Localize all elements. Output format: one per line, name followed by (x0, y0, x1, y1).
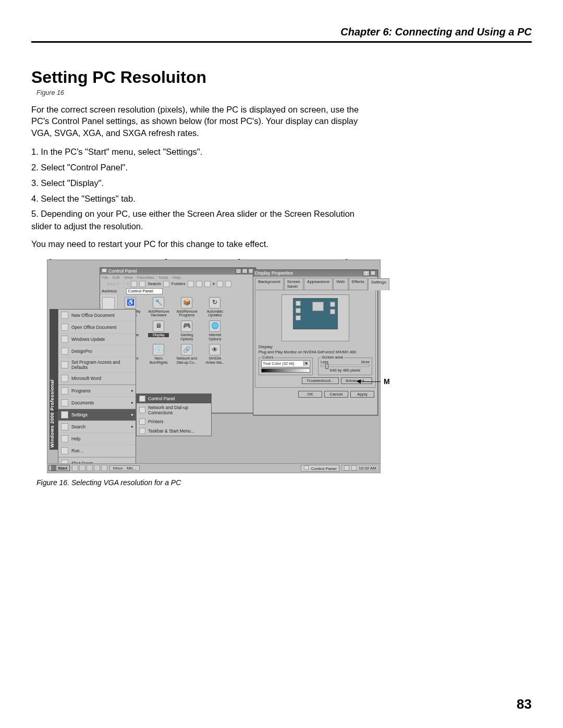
display-properties-titlebar[interactable]: Display Properties ? × (253, 270, 377, 277)
start-menu-item[interactable]: Open Office Document (58, 322, 136, 334)
start-button[interactable]: Start (48, 465, 70, 471)
menu-file[interactable]: File (102, 275, 108, 280)
control-panel-icon[interactable]: 🌐Internet Options (204, 320, 225, 341)
tab-screensaver[interactable]: Screen Saver (284, 278, 303, 290)
tab-background[interactable]: Background (255, 278, 284, 290)
menu-item-label: Set Program Access and Defaults (71, 360, 133, 370)
cancel-button[interactable]: Cancel (324, 391, 348, 398)
settings-tab-body: Display: Plug and Play Monitor on NVIDIA… (255, 290, 376, 388)
screen-area-slider[interactable] (321, 365, 370, 367)
help-button[interactable]: ? (363, 270, 370, 276)
applet-icon: ↻ (209, 297, 221, 309)
start-menu-item[interactable]: Programs▸ (58, 385, 136, 397)
undo-icon[interactable] (217, 281, 223, 287)
tab-appearance[interactable]: Appearance (304, 278, 333, 290)
submenu-item-icon (139, 428, 145, 434)
start-menu-item[interactable]: Settings▸ (58, 409, 136, 421)
tray-icon[interactable] (351, 465, 357, 471)
copy-icon[interactable] (196, 281, 202, 287)
apply-button[interactable]: Apply (350, 391, 374, 398)
quick-launch-icon[interactable] (101, 465, 107, 471)
applet-icon: 💿 (153, 344, 164, 355)
search-icon[interactable] (139, 281, 145, 287)
start-menu-item[interactable]: Help (58, 433, 136, 445)
tab-settings[interactable]: Settings (368, 278, 389, 290)
start-menu-item[interactable]: Microsoft Word (58, 373, 136, 385)
maximize-button[interactable]: □ (242, 268, 248, 274)
tray-icon[interactable] (344, 465, 349, 471)
start-menu-item[interactable]: New Office Document (58, 310, 136, 322)
quick-launch-icon[interactable] (79, 465, 85, 471)
tab-effects[interactable]: Effects (349, 278, 368, 290)
control-panel-icon[interactable]: 📦Add/Remove Programs (176, 297, 197, 317)
tab-web[interactable]: Web (333, 278, 348, 290)
menu-tools[interactable]: Tools (158, 275, 168, 280)
paste-icon[interactable] (204, 281, 211, 287)
folders-icon[interactable] (163, 281, 169, 287)
menu-item-icon (61, 447, 68, 454)
settings-submenu-item[interactable]: Taskbar & Start Menu... (137, 426, 211, 436)
slider-thumb[interactable] (325, 364, 328, 369)
applet-icon: 👁 (209, 344, 221, 355)
system-tray[interactable]: 10:32 AM (341, 465, 379, 471)
menu-item-icon (61, 435, 68, 442)
chapter-heading: Chapter 6: Connecting and Using a PC (31, 26, 532, 43)
up-icon[interactable] (131, 281, 137, 287)
start-menu-item[interactable]: DesignPro (58, 346, 136, 357)
address-input[interactable] (126, 288, 163, 294)
start-menu-item[interactable]: Windows Update (58, 334, 136, 346)
control-panel-title: Control Panel (102, 268, 137, 274)
applet-label: Network and Dial-up Co... (176, 356, 197, 364)
taskbar-task-control-panel[interactable]: Control Panel (301, 465, 339, 472)
menu-help[interactable]: Help (172, 275, 180, 280)
start-menu-item[interactable]: Documents▸ (58, 397, 136, 409)
color-depth-bar (261, 368, 310, 373)
control-panel-icon[interactable]: 🔧Add/Remove Hardware (148, 297, 169, 317)
applet-icon: 🎮 (181, 320, 192, 332)
start-menu-item[interactable]: Search▸ (58, 421, 136, 433)
settings-submenu-item[interactable]: Control Panel (137, 394, 211, 403)
control-panel-icon[interactable]: 🎮Gaming Options (176, 320, 197, 341)
menu-item-label: Help (71, 436, 80, 441)
control-panel-menubar[interactable]: File Edit View Favorites Tools Help (100, 275, 255, 280)
quick-launch-icon[interactable] (72, 465, 78, 471)
minimize-button[interactable]: _ (236, 268, 241, 274)
control-panel-icon[interactable]: 👁NVIDIA nView Ma... (204, 344, 225, 364)
settings-submenu-item[interactable]: Network and Dial-up Connections (137, 403, 211, 417)
taskbar[interactable]: Start Inbox - Mic... Control Panel 10:32… (47, 463, 380, 473)
ok-button[interactable]: OK (298, 391, 322, 398)
slider-less-label: Less (321, 360, 328, 364)
settings-submenu-item[interactable]: Printers (137, 417, 211, 426)
start-menu[interactable]: New Office DocumentOpen Office DocumentW… (58, 309, 136, 470)
colors-value: True Color (32 bit) (263, 361, 295, 366)
monitor-preview (282, 294, 349, 341)
control-panel-icon[interactable]: 🔗Network and Dial-up Co... (176, 344, 197, 364)
menu-view[interactable]: View (124, 275, 133, 280)
views-icon[interactable] (225, 281, 231, 287)
control-panel-toolbar[interactable]: ← Back ▾→ ▾ Search Folders × (100, 280, 255, 288)
menu-edit[interactable]: Edit (113, 275, 120, 280)
control-panel-icon[interactable]: 🖥Display (148, 320, 169, 341)
settings-submenu[interactable]: Control PanelNetwork and Dial-up Connect… (136, 393, 212, 436)
applet-label: NVIDIA nView Ma... (204, 356, 225, 364)
history-icon[interactable] (188, 281, 194, 287)
quick-launch-icon[interactable] (87, 465, 93, 471)
control-panel-icon[interactable]: ↻Automatic Updates (204, 297, 225, 317)
taskbar-task-inbox[interactable]: Inbox - Mic... (109, 465, 140, 471)
submenu-item-label: Control Panel (148, 396, 175, 401)
control-panel-titlebar[interactable]: Control Panel _ □ × (100, 268, 255, 275)
control-panel-icon[interactable]: 💿Nero BurnRights (148, 344, 169, 364)
dlg-close-button[interactable]: × (370, 270, 376, 276)
screenshot-composite: Control Panel _ □ × File Edit View Favor… (47, 260, 381, 473)
quick-launch[interactable] (72, 465, 107, 471)
start-menu-item[interactable]: Run... (58, 445, 136, 457)
quick-launch-icon[interactable] (94, 465, 100, 471)
colors-combo[interactable]: True Color (32 bit)▼ (261, 360, 310, 367)
menu-item-label: Documents (71, 400, 94, 405)
menu-favorites[interactable]: Favorites (137, 275, 154, 280)
start-menu-item[interactable]: Set Program Access and Defaults (58, 357, 136, 373)
slider-more-label: More (361, 360, 370, 364)
callout-m-leader (360, 381, 381, 382)
menu-item-label: Microsoft Word (71, 376, 101, 381)
troubleshoot-button[interactable]: Troubleshoot... (302, 377, 339, 384)
